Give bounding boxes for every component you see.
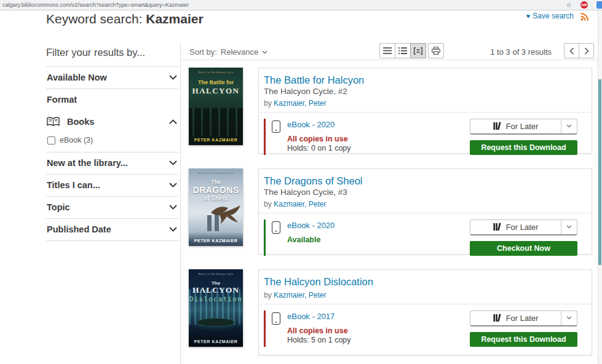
cover-tagline: Book 2 of The Halcyon Cycle bbox=[189, 71, 243, 74]
filter-new-at-library[interactable]: New at the library... bbox=[46, 152, 179, 174]
scrollbar-track[interactable] bbox=[598, 10, 602, 364]
book-title-link[interactable]: The Halcyon Dislocation bbox=[264, 276, 582, 288]
open-book-icon bbox=[47, 117, 60, 127]
printer-icon bbox=[432, 47, 440, 55]
book-title-link[interactable]: The Dragons of Sheol bbox=[264, 175, 582, 187]
filter-label: Topic bbox=[47, 202, 70, 212]
shelf-dropdown-toggle[interactable] bbox=[561, 119, 577, 133]
cover-tagline: Book 1 of The Halcyon Cycle bbox=[189, 272, 243, 275]
sort-label: Sort by: bbox=[189, 47, 217, 57]
filter-published-date[interactable]: Published Date bbox=[46, 218, 179, 240]
cover-title: Dislocation bbox=[189, 295, 243, 303]
checkout-now-button[interactable]: Checkout Now bbox=[470, 241, 577, 256]
url-text[interactable]: calgary.bibliocommons.com/v2/search?sear… bbox=[2, 2, 566, 8]
divider bbox=[181, 60, 598, 60]
availability-block: eBook - 2017 All copies in use Holds: 5 … bbox=[264, 311, 351, 347]
ebook-device-icon bbox=[272, 221, 280, 234]
browser-url-bar[interactable]: calgary.bibliocommons.com/v2/search?sear… bbox=[0, 0, 602, 10]
extension-icon[interactable] bbox=[596, 1, 602, 9]
page-title: Keyword search: Kazmaier bbox=[46, 12, 204, 26]
sort-dropdown[interactable]: Sort by: Relevance bbox=[189, 47, 267, 57]
cover-tagline: Book 3 of The Halcyon Cycle bbox=[189, 172, 243, 175]
book-byline: by Kazmaier, Peter bbox=[264, 200, 582, 208]
print-button[interactable] bbox=[428, 43, 444, 58]
search-query: Kazmaier bbox=[146, 12, 203, 26]
divider bbox=[180, 43, 181, 364]
author-link[interactable]: Kazmaier, Peter bbox=[274, 200, 326, 208]
cover-title: HALCYON bbox=[189, 285, 243, 295]
book-cover[interactable]: Book 1 of The Halcyon Cycle The HALCYON … bbox=[189, 269, 243, 347]
ebook-device-icon bbox=[272, 312, 280, 325]
chevron-down-icon bbox=[169, 75, 177, 80]
cover-title: The bbox=[189, 179, 243, 185]
bookshelf-icon bbox=[493, 314, 502, 322]
result-card: The Battle for Halcyon The Halcyon Cycle… bbox=[258, 68, 592, 154]
adblock-extension-icon[interactable]: ABP bbox=[580, 1, 588, 9]
author-link[interactable]: Kazmaier, Peter bbox=[274, 99, 326, 108]
chevron-down-icon bbox=[169, 183, 177, 188]
cover-view-icon bbox=[414, 47, 422, 55]
book-cover[interactable]: Book 2 of The Halcyon Cycle The Battle f… bbox=[189, 68, 243, 145]
for-later-button[interactable]: For Later bbox=[470, 311, 577, 326]
availability-block: eBook - 2020 All copies in use Holds: 0 … bbox=[264, 119, 351, 155]
pagination bbox=[564, 43, 594, 58]
shelf-dropdown-toggle[interactable] bbox=[561, 220, 577, 234]
filter-available-now[interactable]: Available Now bbox=[46, 66, 179, 89]
filter-titles-i-can[interactable]: Titles I can... bbox=[46, 174, 179, 196]
list-view-button[interactable] bbox=[379, 43, 395, 58]
chevron-down-icon bbox=[566, 124, 572, 128]
book-title-link[interactable]: The Battle for Halcyon bbox=[264, 74, 582, 86]
previous-page-button[interactable] bbox=[564, 43, 579, 58]
ebook-checkbox-label: eBook (3) bbox=[60, 136, 93, 144]
chevron-up-icon bbox=[169, 119, 177, 124]
for-later-button[interactable]: For Later bbox=[470, 220, 577, 235]
shelf-dropdown-toggle[interactable] bbox=[561, 311, 577, 325]
availability-status: Available bbox=[287, 235, 335, 244]
chevron-left-icon bbox=[569, 47, 574, 55]
availability-status: All copies in use bbox=[287, 135, 351, 143]
holds-info: Holds: 5 on 1 copy bbox=[287, 336, 351, 344]
holds-info: Holds: 0 on 1 copy bbox=[287, 144, 351, 152]
detail-view-button[interactable] bbox=[395, 43, 411, 58]
book-byline: by Kazmaier, Peter bbox=[264, 99, 582, 108]
result-card: The Dragons of Sheol The Halcyon Cycle, … bbox=[258, 168, 592, 255]
bookshelf-icon bbox=[493, 223, 502, 231]
cover-title: HALCYON bbox=[189, 86, 243, 96]
cover-view-button[interactable] bbox=[410, 43, 426, 58]
ebook-device-icon bbox=[272, 121, 280, 133]
format-link[interactable]: eBook - 2020 bbox=[287, 120, 351, 129]
scrollbar-thumb[interactable] bbox=[598, 79, 601, 265]
format-link[interactable]: eBook - 2020 bbox=[287, 221, 335, 230]
filter-heading: Filter your results by... bbox=[46, 43, 179, 66]
filter-group-books[interactable]: Books bbox=[46, 111, 179, 132]
format-link[interactable]: eBook - 2017 bbox=[287, 312, 351, 321]
for-later-button[interactable]: For Later bbox=[470, 119, 577, 135]
filter-option-ebook[interactable]: eBook (3) bbox=[46, 132, 179, 152]
filter-label: Format bbox=[47, 95, 77, 105]
chevron-down-icon bbox=[262, 50, 267, 54]
availability-block: eBook - 2020 Available bbox=[264, 220, 335, 256]
filter-label: Available Now bbox=[47, 73, 107, 82]
rss-feed-button[interactable] bbox=[580, 12, 588, 23]
bookmark-star-icon[interactable]: ☆ bbox=[566, 2, 572, 9]
filter-topic[interactable]: Topic bbox=[46, 196, 179, 218]
cover-art bbox=[197, 318, 234, 326]
request-download-button[interactable]: Request this Download bbox=[470, 140, 577, 155]
cover-title: DRAGONS bbox=[189, 185, 243, 195]
save-search-link[interactable]: ♥ Save search bbox=[526, 12, 574, 20]
ebook-checkbox[interactable] bbox=[47, 136, 55, 144]
filter-sidebar: Filter your results by... Available Now … bbox=[46, 43, 179, 241]
request-download-button[interactable]: Request this Download bbox=[470, 332, 577, 347]
dragon-art bbox=[210, 204, 242, 225]
filter-label: New at the library... bbox=[47, 158, 128, 168]
for-later-label: For Later bbox=[506, 314, 539, 323]
next-page-button[interactable] bbox=[579, 43, 594, 58]
book-byline: by Kazmaier, Peter bbox=[264, 291, 582, 299]
book-series: The Halcyon Cycle, #2 bbox=[264, 87, 582, 96]
filter-format-heading: Format bbox=[46, 89, 179, 111]
author-link[interactable]: Kazmaier, Peter bbox=[274, 291, 326, 299]
cover-author: PETER KAZMAIER bbox=[189, 239, 243, 243]
book-cover[interactable]: Book 3 of The Halcyon Cycle The DRAGONS … bbox=[189, 168, 243, 246]
view-toggle-group bbox=[379, 43, 444, 58]
cover-title: The Battle for bbox=[189, 79, 243, 85]
